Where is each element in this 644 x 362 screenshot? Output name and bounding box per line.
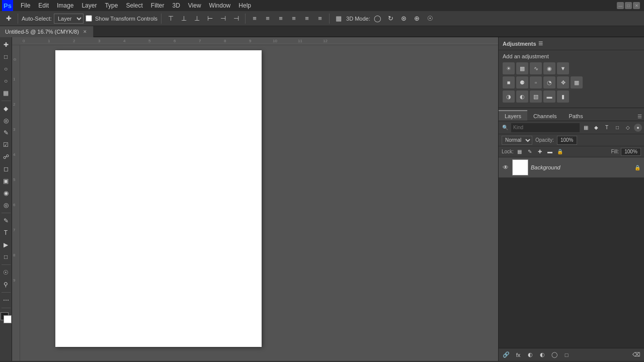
quick-select-tool[interactable]: ○	[1, 75, 12, 86]
adjustments-menu-button[interactable]: ☰	[536, 39, 545, 48]
menu-filter[interactable]: Filter	[147, 1, 168, 10]
layer-visibility-icon[interactable]: 👁	[502, 163, 510, 171]
pen-tool[interactable]: ✎	[1, 215, 12, 226]
menu-3d[interactable]: 3D	[169, 1, 183, 10]
vibrance-icon[interactable]: ▼	[557, 62, 569, 74]
threshold-icon[interactable]: ▧	[530, 90, 542, 103]
menu-window[interactable]: Window	[206, 1, 234, 10]
tab-channels[interactable]: Channels	[527, 110, 562, 121]
distribute-right-icon[interactable]: ≡	[314, 13, 326, 24]
marquee-tool[interactable]: □	[1, 51, 12, 62]
align-bottom-edges-icon[interactable]: ⊥	[191, 13, 202, 24]
3d-roll-icon[interactable]: ↻	[385, 13, 396, 24]
distribute-hcenter-icon[interactable]: ≡	[301, 13, 312, 24]
eyedropper-tool[interactable]: ◆	[1, 103, 12, 114]
levels-icon[interactable]: ▩	[516, 62, 528, 74]
hand-tool[interactable]: ☉	[1, 267, 12, 278]
photo-filter-icon[interactable]: ◔	[543, 76, 555, 88]
blend-mode-select[interactable]: Normal Multiply Screen Overlay	[502, 136, 532, 145]
show-transform-checkbox[interactable]	[86, 15, 92, 22]
menu-file[interactable]: File	[17, 1, 34, 10]
brush-tool[interactable]: ✎	[1, 127, 12, 138]
selective-color-icon[interactable]: ▮	[557, 90, 569, 103]
menu-image[interactable]: Image	[53, 1, 77, 10]
lasso-tool[interactable]: ○	[1, 63, 12, 74]
delete-layer-icon[interactable]: ⌫	[631, 349, 642, 360]
layers-filter-input[interactable]	[511, 123, 580, 132]
menu-edit[interactable]: Edit	[35, 1, 52, 10]
color-lookup-icon[interactable]: ▦	[571, 76, 583, 88]
filter-type-icon[interactable]: T	[602, 123, 611, 132]
exposure-icon[interactable]: ◉	[543, 62, 555, 74]
history-brush-tool[interactable]: ☍	[1, 151, 12, 162]
dodge-tool[interactable]: ◎	[1, 200, 12, 211]
posterize-icon[interactable]: ◐	[516, 90, 528, 103]
blur-tool[interactable]: ◉	[1, 188, 12, 199]
move-tool-icon[interactable]: ✚	[3, 13, 14, 24]
align-left-edges-icon[interactable]: ⊢	[204, 13, 215, 24]
gradient-map-icon[interactable]: ▬	[543, 90, 555, 103]
fill-input[interactable]	[621, 148, 641, 156]
menu-select[interactable]: Select	[122, 1, 146, 10]
distribute-left-icon[interactable]: ≡	[288, 13, 299, 24]
align-horizontal-centers-icon[interactable]: ⊣	[217, 13, 228, 24]
new-group-icon[interactable]: ◯	[549, 349, 560, 360]
3d-slide-icon[interactable]: ⊕	[412, 13, 423, 24]
black-white-icon[interactable]: ▫	[530, 76, 542, 88]
align-vertical-centers-icon[interactable]: ⊥	[178, 13, 189, 24]
window-maximize[interactable]: □	[625, 2, 632, 9]
tab-layers[interactable]: Layers	[499, 110, 527, 121]
lock-image-icon[interactable]: ✎	[526, 148, 534, 156]
align-right-edges-icon[interactable]: ⊣	[230, 13, 242, 24]
layer-lock-icon[interactable]: 🔒	[634, 164, 641, 171]
lock-all-icon[interactable]: 🔒	[556, 148, 564, 156]
healing-tool[interactable]: ◎	[1, 115, 12, 126]
clone-tool[interactable]: ☑	[1, 139, 12, 150]
move-tool[interactable]: ✚	[1, 39, 12, 50]
new-layer-icon[interactable]: □	[561, 349, 572, 360]
canvas-viewport[interactable]	[20, 45, 498, 361]
hue-saturation-icon[interactable]: ■	[503, 76, 515, 88]
shape-tool[interactable]: □	[1, 251, 12, 262]
window-close[interactable]: ✕	[633, 2, 640, 9]
layers-panel-menu-button[interactable]: ☰	[635, 112, 644, 121]
new-adjustment-icon[interactable]: ◐	[537, 349, 548, 360]
distribute-bottom-icon[interactable]: ≡	[275, 13, 286, 24]
path-select-tool[interactable]: ▶	[1, 239, 12, 250]
invert-icon[interactable]: ◑	[503, 90, 515, 103]
link-layers-icon[interactable]: 🔗	[501, 349, 512, 360]
menu-view[interactable]: View	[185, 1, 205, 10]
tab-paths[interactable]: Paths	[563, 110, 589, 121]
3d-scale-icon[interactable]: ☉	[425, 13, 436, 24]
color-swatches[interactable]	[1, 312, 12, 323]
lock-transparent-icon[interactable]: ▦	[516, 148, 524, 156]
align-top-edges-icon[interactable]: ⊤	[165, 13, 176, 24]
crop-tool[interactable]: ▦	[1, 87, 12, 99]
menu-layer[interactable]: Layer	[78, 1, 100, 10]
opacity-input[interactable]	[557, 136, 577, 145]
lock-artboard-icon[interactable]: ▬	[546, 148, 554, 156]
filter-toggle-icon[interactable]: ●	[634, 124, 642, 132]
filter-adjustment-icon[interactable]: ◆	[592, 123, 601, 132]
distribute-top-icon[interactable]: ≡	[249, 13, 260, 24]
menu-type[interactable]: Type	[101, 1, 121, 10]
filter-pixel-icon[interactable]: ▦	[581, 123, 590, 132]
extra-tools[interactable]: ⋯	[1, 295, 12, 306]
document-tab[interactable]: Untitled-5 @ 16.7% (CMYK/8) ✕	[0, 26, 94, 37]
background-color[interactable]	[4, 315, 12, 323]
filter-shape-icon[interactable]: □	[613, 123, 622, 132]
lock-position-icon[interactable]: ✚	[536, 148, 544, 156]
menu-help[interactable]: Help	[235, 1, 255, 10]
add-mask-icon[interactable]: ◐	[525, 349, 536, 360]
brightness-contrast-icon[interactable]: ☀	[503, 62, 515, 74]
3d-orbit-icon[interactable]: ◯	[372, 13, 383, 24]
window-minimize[interactable]: —	[617, 2, 624, 9]
zoom-tool[interactable]: ⚲	[1, 279, 12, 290]
layer-item-background[interactable]: 👁 Background 🔒	[499, 157, 644, 177]
gradient-tool[interactable]: ▣	[1, 175, 12, 187]
filter-smartobject-icon[interactable]: ◇	[623, 123, 632, 132]
channel-mixer-icon[interactable]: ✥	[557, 76, 569, 88]
distribute-vcenter-icon[interactable]: ≡	[262, 13, 273, 24]
3d-pan-icon[interactable]: ⊛	[398, 13, 410, 24]
color-balance-icon[interactable]: ⚈	[516, 76, 528, 88]
